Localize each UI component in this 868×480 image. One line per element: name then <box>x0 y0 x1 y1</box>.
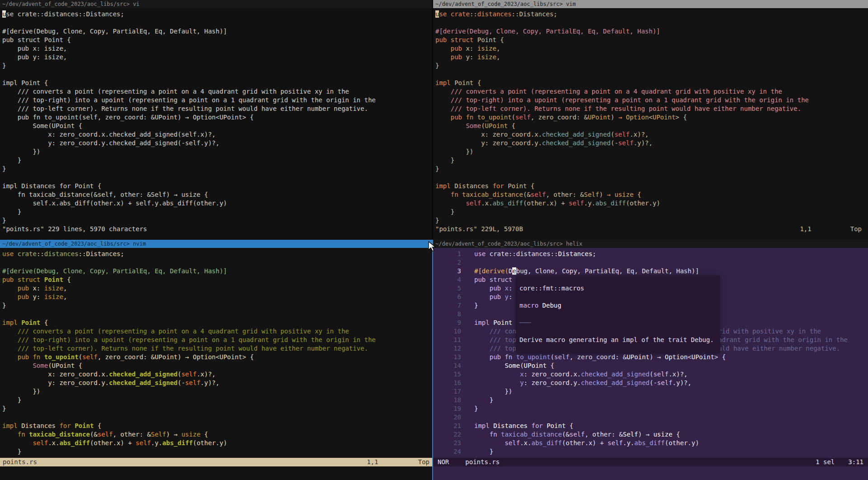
code-line: y: zero_coord.y.checked_add_signed(-self… <box>435 139 868 147</box>
pane-vi[interactable]: ~/dev/advent_of_code_2023/aoc_libs/src> … <box>0 0 433 240</box>
code-line: 13 pub fn to_upoint(self, zero_coord: &U… <box>433 353 868 361</box>
code-line: self.x.abs_diff(other.x) + self.y.abs_di… <box>2 199 432 208</box>
code-line <box>2 413 432 422</box>
pane-title-nvim[interactable]: ~/dev/advent_of_code_2023/aoc_libs/src> … <box>0 240 432 248</box>
code-line: use crate::distances::Distances; <box>2 250 432 258</box>
code-line: pub x: isize, <box>2 44 432 53</box>
code-line: 1use crate::distances::Distances; <box>433 250 868 258</box>
line-number: 16 <box>433 379 461 387</box>
code-line: } <box>2 396 432 404</box>
code-line: #[derive(Debug, Clone, Copy, PartialEq, … <box>2 27 432 36</box>
code-line: fn taxicab_distance(&self, other: &Self)… <box>2 430 432 439</box>
line-number: 8 <box>433 310 461 318</box>
line-number: 15 <box>433 370 461 379</box>
code-line: impl Point { <box>2 79 432 87</box>
pane-nvim[interactable]: ~/dev/advent_of_code_2023/aoc_libs/src> … <box>0 240 433 480</box>
line-number: 6 <box>433 293 461 301</box>
line-number: 5 <box>433 284 461 293</box>
nvim-cmdline <box>0 466 432 480</box>
helix-cmdline <box>433 466 868 480</box>
line-number: 2 <box>433 258 461 267</box>
line-number: 4 <box>433 276 461 284</box>
vim-file-info: "points.rs" 229L, 5970B <box>435 225 523 233</box>
code-line: pub fn to_upoint(self, zero_coord: &UPoi… <box>2 353 432 361</box>
line-number: 13 <box>433 353 461 361</box>
code-line: #[derive(Debug, Clone, Copy, PartialEq, … <box>2 267 432 276</box>
code-line: 21impl Distances for Point { <box>433 422 868 430</box>
helix-mode-indicator: NOR <box>438 458 449 466</box>
line-number: 7 <box>433 301 461 310</box>
code-line: 16 y: zero_coord.y.checked_add_signed(-s… <box>433 379 868 387</box>
popup-row <box>519 293 717 301</box>
code-line <box>435 70 868 79</box>
code-line: pub y: isize, <box>435 53 868 62</box>
line-number: 18 <box>433 396 461 404</box>
nvim-scroll-indicator: Top <box>418 458 429 466</box>
code-line: } <box>435 216 868 225</box>
code-line: Some(UPoint { <box>2 122 432 130</box>
code-line <box>435 173 868 182</box>
code-line: } <box>2 62 432 70</box>
code-line: } <box>2 208 432 216</box>
code-line: 18 } <box>433 396 868 404</box>
terminal-multiplexer: ~/dev/advent_of_code_2023/aoc_libs/src> … <box>0 0 868 480</box>
pane-vim[interactable]: ~/dev/advent_of_code_2023/aoc_libs/src> … <box>433 0 868 240</box>
helix-selection-count: 1 sel <box>816 458 835 466</box>
line-number: 12 <box>433 344 461 353</box>
code-line: use crate::distances::Distances; <box>2 10 432 19</box>
code-line: pub fn to_upoint(self, zero_coord: &UPoi… <box>2 113 432 122</box>
code-line: 2 <box>433 258 868 267</box>
code-line: y: zero_coord.y.checked_add_signed(-self… <box>2 139 432 147</box>
code-line: /// converts a point (representing a poi… <box>2 327 432 336</box>
vi-file-info: "points.rs" 229 lines, 5970 characters <box>2 225 147 233</box>
code-line: 17 }) <box>433 387 868 396</box>
code-line: 14 Some(UPoint { <box>433 361 868 370</box>
code-line: pub struct Point { <box>2 36 432 44</box>
code-line: pub x: isize, <box>435 44 868 53</box>
nvim-cursor-position: 1,1 <box>367 458 378 466</box>
line-number: 23 <box>433 439 461 447</box>
code-line: } <box>435 62 868 70</box>
nvim-file-name: points.rs <box>3 458 37 466</box>
code-line: 3#[derive(Debug, Clone, Copy, PartialEq,… <box>433 267 868 276</box>
pane-title-vi[interactable]: ~/dev/advent_of_code_2023/aoc_libs/src> … <box>0 0 432 8</box>
code-line: fn taxicab_distance(&self, other: &Self)… <box>2 190 432 199</box>
code-line: /// top-left corner). Returns none if th… <box>435 105 868 113</box>
line-number: 9 <box>433 318 461 327</box>
code-line <box>2 173 432 182</box>
code-line: #[derive(Debug, Clone, Copy, PartialEq, … <box>435 27 868 36</box>
code-line: /// converts a point (representing a poi… <box>2 87 432 96</box>
code-line: }) <box>2 387 432 396</box>
line-number: 19 <box>433 404 461 413</box>
vim-scroll-indicator: Top <box>850 225 862 233</box>
code-line: 19} <box>433 404 868 413</box>
vi-status-line: "points.rs" 229 lines, 5970 characters <box>0 225 432 233</box>
code-line: Some(UPoint { <box>2 361 432 370</box>
vim-buffer[interactable]: use crate::distances::Distances;#[derive… <box>433 8 868 225</box>
pane-title-helix[interactable]: ~/dev/advent_of_code_2023/aoc_libs/src> … <box>433 240 868 248</box>
code-line: 22 fn taxicab_distance(&self, other: &Se… <box>433 430 868 439</box>
code-line: pub x: isize, <box>2 284 432 293</box>
code-line: Some(UPoint { <box>435 122 868 130</box>
line-number: 3 <box>433 267 461 276</box>
line-number: 10 <box>433 327 461 336</box>
code-line: /// top-left corner). Returns none if th… <box>2 105 432 113</box>
line-number: 22 <box>433 430 461 439</box>
code-line: /// top-right) into a upoint (representi… <box>2 96 432 105</box>
code-line: }) <box>435 147 868 156</box>
code-line: 23 self.x.abs_diff(other.x) + self.y.abs… <box>433 439 868 447</box>
code-line: x: zero_coord.x.checked_add_signed(self.… <box>2 370 432 379</box>
code-line: x: zero_coord.x.checked_add_signed(self.… <box>2 130 432 139</box>
code-line: impl Distances for Point { <box>435 182 868 190</box>
nvim-statusline: points.rs 1,1 Top <box>0 458 432 466</box>
pane-helix[interactable]: ~/dev/advent_of_code_2023/aoc_libs/src> … <box>433 240 868 480</box>
line-number: 21 <box>433 422 461 430</box>
code-line: } <box>2 216 432 225</box>
code-line: impl Distances for Point { <box>2 182 432 190</box>
popup-row <box>519 344 717 353</box>
code-line: /// converts a point (representing a poi… <box>435 87 868 96</box>
vi-buffer[interactable]: use crate::distances::Distances;#[derive… <box>0 8 432 225</box>
nvim-buffer[interactable]: use crate::distances::Distances;#[derive… <box>0 248 432 458</box>
pane-title-vim[interactable]: ~/dev/advent_of_code_2023/aoc_libs/src> … <box>433 0 868 8</box>
code-line: x: zero_coord.x.checked_add_signed(self.… <box>435 130 868 139</box>
